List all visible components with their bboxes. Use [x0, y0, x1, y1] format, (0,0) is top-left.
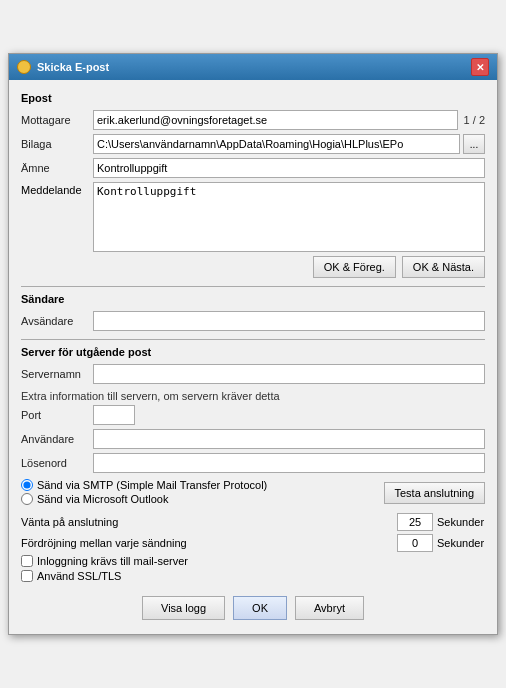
- nav-buttons: OK & Föreg. OK & Nästa.: [21, 256, 485, 278]
- subject-label: Ämne: [21, 162, 93, 174]
- recipient-count: 1 / 2: [464, 114, 485, 126]
- delay-unit: Sekunder: [437, 537, 485, 549]
- login-label: Inloggning krävs till mail-server: [37, 555, 188, 567]
- title-bar: Skicka E-post ✕: [9, 54, 497, 80]
- outlook-radio[interactable]: [21, 493, 33, 505]
- delay-input[interactable]: [397, 534, 433, 552]
- extra-info-label: Extra information till servern, om serve…: [21, 390, 485, 402]
- wait-label: Vänta på anslutning: [21, 516, 397, 528]
- ok-next-button[interactable]: OK & Nästa.: [402, 256, 485, 278]
- wait-unit: Sekunder: [437, 516, 485, 528]
- message-area: Meddelande Kontrolluppgift: [21, 182, 485, 252]
- sender-label: Avsändare: [21, 315, 93, 327]
- title-bar-left: Skicka E-post: [17, 60, 109, 74]
- subject-input[interactable]: [93, 158, 485, 178]
- sender-input[interactable]: [93, 311, 485, 331]
- message-textarea[interactable]: Kontrolluppgift: [93, 182, 485, 252]
- log-button[interactable]: Visa logg: [142, 596, 225, 620]
- main-window: Skicka E-post ✕ Epost Mottagare 1 / 2 Bi…: [8, 53, 498, 635]
- outlook-radio-row: Sänd via Microsoft Outlook: [21, 493, 374, 505]
- subject-row: Ämne: [21, 158, 485, 178]
- password-input[interactable]: [93, 453, 485, 473]
- browse-button[interactable]: ...: [463, 134, 485, 154]
- attachment-label: Bilaga: [21, 138, 93, 150]
- outlook-label: Sänd via Microsoft Outlook: [37, 493, 168, 505]
- port-input[interactable]: [93, 405, 135, 425]
- ok-button[interactable]: OK: [233, 596, 287, 620]
- recipient-row: Mottagare 1 / 2: [21, 110, 485, 130]
- bottom-buttons: Visa logg OK Avbryt: [21, 590, 485, 624]
- login-checkbox-row: Inloggning krävs till mail-server: [21, 555, 485, 567]
- sender-section-label: Sändare: [21, 293, 485, 305]
- smtp-label: Sänd via SMTP (Simple Mail Transfer Prot…: [37, 479, 267, 491]
- email-section-label: Epost: [21, 92, 485, 104]
- ssl-checkbox[interactable]: [21, 570, 33, 582]
- close-button[interactable]: ✕: [471, 58, 489, 76]
- server-label: Servernamn: [21, 368, 93, 380]
- divider-2: [21, 339, 485, 340]
- ssl-label: Använd SSL/TLS: [37, 570, 121, 582]
- radio-group: Sänd via SMTP (Simple Mail Transfer Prot…: [21, 479, 374, 507]
- message-label: Meddelande: [21, 182, 93, 252]
- sender-row: Avsändare: [21, 311, 485, 331]
- server-row: Servernamn: [21, 364, 485, 384]
- wait-row: Vänta på anslutning Sekunder: [21, 513, 485, 531]
- server-section-label: Server för utgående post: [21, 346, 485, 358]
- test-connection-button[interactable]: Testa anslutning: [384, 482, 486, 504]
- recipient-label: Mottagare: [21, 114, 93, 126]
- cancel-button[interactable]: Avbryt: [295, 596, 364, 620]
- delay-label: Fördröjning mellan varje sändning: [21, 537, 397, 549]
- ok-prev-button[interactable]: OK & Föreg.: [313, 256, 396, 278]
- user-input[interactable]: [93, 429, 485, 449]
- smtp-radio[interactable]: [21, 479, 33, 491]
- delay-row: Fördröjning mellan varje sändning Sekund…: [21, 534, 485, 552]
- recipient-input[interactable]: [93, 110, 458, 130]
- password-row: Lösenord: [21, 453, 485, 473]
- dialog-content: Epost Mottagare 1 / 2 Bilaga ... Ämne Me…: [9, 80, 497, 634]
- transport-section: Sänd via SMTP (Simple Mail Transfer Prot…: [21, 479, 485, 507]
- port-row: Port: [21, 405, 485, 425]
- smtp-radio-row: Sänd via SMTP (Simple Mail Transfer Prot…: [21, 479, 374, 491]
- port-label: Port: [21, 409, 93, 421]
- attachment-row: Bilaga ...: [21, 134, 485, 154]
- user-row: Användare: [21, 429, 485, 449]
- ssl-checkbox-row: Använd SSL/TLS: [21, 570, 485, 582]
- user-label: Användare: [21, 433, 93, 445]
- wait-input[interactable]: [397, 513, 433, 531]
- window-title: Skicka E-post: [37, 61, 109, 73]
- attachment-input[interactable]: [93, 134, 460, 154]
- password-label: Lösenord: [21, 457, 93, 469]
- server-input[interactable]: [93, 364, 485, 384]
- login-checkbox[interactable]: [21, 555, 33, 567]
- divider-1: [21, 286, 485, 287]
- app-icon: [17, 60, 31, 74]
